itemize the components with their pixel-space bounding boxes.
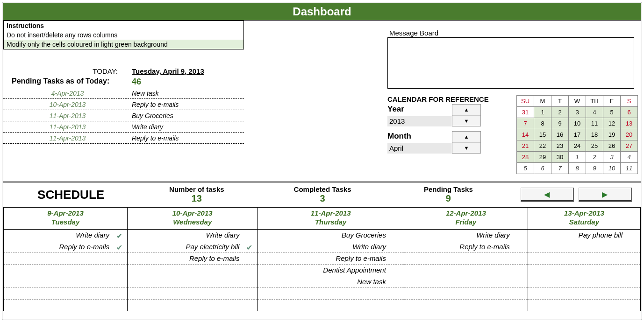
schedule-cell[interactable] (528, 287, 640, 299)
schedule-day-header: 12-Apr-2013Friday (404, 207, 528, 229)
check-icon: ✔ (246, 243, 252, 252)
schedule-cell[interactable]: Reply to e-mails✔ (4, 241, 128, 252)
cal-day[interactable]: 2 (586, 152, 603, 163)
cal-day[interactable]: 10 (569, 118, 586, 129)
schedule-cell[interactable]: Dentist Appointment (258, 264, 404, 276)
cal-day[interactable]: 8 (534, 118, 551, 129)
cal-header: SU (517, 96, 534, 107)
year-down-icon[interactable]: ▼ (452, 116, 480, 126)
cal-day[interactable]: 3 (603, 152, 621, 163)
schedule-cell[interactable] (4, 252, 128, 264)
cal-day[interactable]: 20 (621, 129, 638, 140)
month-spinner[interactable]: ▲ ▼ (452, 131, 481, 154)
month-down-icon[interactable]: ▼ (452, 143, 480, 154)
calendar-controls: CALENDAR FOR REFERENCE Year 2013 ▲ ▼ (387, 95, 514, 174)
cal-day[interactable]: 5 (603, 107, 621, 118)
schedule-day-header: 13-Apr-2013Saturday (528, 207, 640, 229)
schedule-cell[interactable]: New task (258, 276, 404, 287)
schedule-cell[interactable] (127, 264, 257, 276)
cal-day[interactable]: 4 (621, 152, 638, 163)
cal-day[interactable]: 9 (586, 163, 603, 174)
pending-task-date: 11-Apr-2013 (3, 134, 132, 142)
cal-day[interactable]: 1 (569, 152, 586, 163)
schedule-cell[interactable]: Write diary (127, 229, 257, 241)
schedule-cell[interactable]: Reply to e-mails (258, 252, 404, 264)
cal-day[interactable]: 30 (551, 152, 569, 163)
schedule-cell[interactable] (528, 252, 640, 264)
completed-value: 3 (260, 193, 386, 204)
cal-day[interactable]: 14 (517, 129, 534, 140)
message-board-box[interactable] (387, 37, 634, 89)
cal-day[interactable]: 27 (621, 140, 638, 152)
cal-day[interactable]: 9 (551, 118, 569, 129)
schedule-cell[interactable]: Write diary (404, 229, 528, 241)
cal-day[interactable]: 17 (569, 129, 586, 140)
cal-day[interactable]: 31 (517, 107, 534, 118)
cal-day[interactable]: 4 (586, 107, 603, 118)
next-button[interactable]: ▶ (579, 188, 632, 202)
schedule-cell[interactable] (528, 276, 640, 287)
cal-day[interactable]: 28 (517, 152, 534, 163)
schedule-cell[interactable] (404, 252, 528, 264)
stat-completed: Completed Tasks 3 (260, 182, 386, 207)
cal-day[interactable]: 3 (569, 107, 586, 118)
cal-day[interactable]: 19 (603, 129, 621, 140)
cal-day[interactable]: 22 (534, 140, 551, 152)
schedule-cell[interactable] (4, 299, 128, 311)
cal-day[interactable]: 11 (586, 118, 603, 129)
schedule-cell[interactable]: Buy Groceries (258, 229, 404, 241)
schedule-heading: SCHEDULE (3, 182, 134, 207)
cal-day[interactable]: 11 (621, 163, 638, 174)
cal-day[interactable]: 5 (517, 163, 534, 174)
schedule-cell[interactable] (4, 287, 128, 299)
month-up-icon[interactable]: ▲ (452, 132, 480, 143)
cal-day[interactable]: 12 (603, 118, 621, 129)
cal-day[interactable]: 2 (551, 107, 569, 118)
cal-day[interactable]: 24 (569, 140, 586, 152)
schedule-cell[interactable]: Write diary✔ (4, 229, 128, 241)
schedule-cell[interactable]: Reply to e-mails (404, 241, 528, 252)
schedule-cell[interactable] (528, 299, 640, 311)
schedule-cell[interactable] (528, 264, 640, 276)
cal-day[interactable]: 7 (551, 163, 569, 174)
schedule-cell[interactable] (404, 299, 528, 311)
cal-day[interactable]: 7 (517, 118, 534, 129)
cal-day[interactable]: 23 (551, 140, 569, 152)
year-spinner[interactable]: ▲ ▼ (452, 104, 481, 126)
schedule-cell[interactable] (127, 299, 257, 311)
cal-day[interactable]: 21 (517, 140, 534, 152)
schedule-cell[interactable]: Pay phone bill (528, 229, 640, 241)
instructions-heading: Instructions (4, 21, 243, 30)
cal-day[interactable]: 18 (586, 129, 603, 140)
cal-day[interactable]: 16 (551, 129, 569, 140)
schedule-cell[interactable] (258, 299, 404, 311)
schedule-dow: Friday (455, 218, 476, 226)
schedule-cell[interactable]: Pay electricity bill✔ (127, 241, 257, 252)
schedule-cell[interactable] (404, 264, 528, 276)
schedule-cell[interactable] (127, 287, 257, 299)
schedule-cell[interactable] (127, 276, 257, 287)
cal-day[interactable]: 8 (569, 163, 586, 174)
cal-day[interactable]: 26 (603, 140, 621, 152)
schedule-cell[interactable]: Reply to e-mails (127, 252, 257, 264)
cal-day[interactable]: 6 (621, 107, 638, 118)
calendar-reference: CALENDAR FOR REFERENCE Year 2013 ▲ ▼ (387, 95, 640, 174)
schedule-cell[interactable] (404, 287, 528, 299)
cal-day[interactable]: 25 (586, 140, 603, 152)
schedule-cell[interactable]: Write diary (258, 241, 404, 252)
cal-day[interactable]: 29 (534, 152, 551, 163)
prev-button[interactable]: ◀ (521, 188, 574, 202)
schedule-cell[interactable] (4, 264, 128, 276)
schedule-cell[interactable] (4, 276, 128, 287)
cal-day[interactable]: 6 (534, 163, 551, 174)
schedule-cell[interactable] (258, 287, 404, 299)
month-value[interactable]: April (387, 143, 454, 154)
schedule-cell[interactable] (404, 276, 528, 287)
cal-day[interactable]: 13 (621, 118, 638, 129)
year-value[interactable]: 2013 (387, 116, 454, 126)
year-up-icon[interactable]: ▲ (452, 105, 480, 116)
schedule-cell[interactable] (528, 241, 640, 252)
cal-day[interactable]: 10 (603, 163, 621, 174)
cal-day[interactable]: 1 (534, 107, 551, 118)
cal-day[interactable]: 15 (534, 129, 551, 140)
